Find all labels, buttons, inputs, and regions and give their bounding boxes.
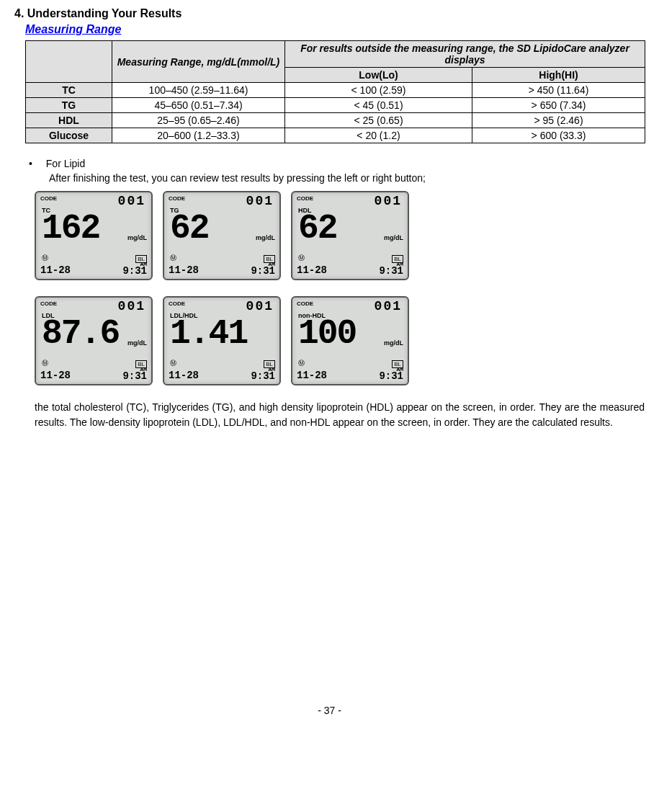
subsection-heading: Measuring Range [25,23,645,36]
cell-high: > 600 (33.3) [472,128,645,143]
date-label: 11-28 [40,370,71,381]
cell-low: < 45 (0.51) [285,98,472,113]
unit-label: mg/dL [384,339,403,347]
code-label: CODE [169,300,185,307]
measurement-value: 1.41 [170,316,247,351]
cell-high: > 450 (11.64) [472,83,645,98]
bullet-title: For Lipid [46,158,85,169]
memory-icon: Ⓜ [298,359,305,368]
memory-icon: Ⓜ [42,359,48,368]
table-header-outside: For results outside the measuring range,… [285,41,645,68]
table-row: TC 100–450 (2.59–11.64) < 100 (2.59) > 4… [26,83,645,98]
date-label: 11-28 [169,264,199,276]
code-value: 001 [118,299,145,313]
time-label: AM9:31 [122,367,147,381]
row-label: TC [26,83,112,98]
cell-range: 20–600 (1.2–33.3) [112,128,285,143]
lcd-screen: CODE001LDL/HDL1.41ⓂBL11-28AM9:31 [163,296,281,385]
unit-label: mg/dL [127,339,147,347]
time-label: AM9:31 [122,262,147,276]
measurement-value: 162 [42,211,99,246]
lcd-screen: CODE001LDL87.6mg/dLⓂBL11-28AM9:31 [35,296,153,385]
memory-icon: Ⓜ [42,254,48,263]
row-label: TG [26,98,112,113]
code-value: 001 [118,194,145,208]
section-heading: 4. Understanding Your Results [14,7,645,20]
lcd-screen: CODE001non-HDL100mg/dLⓂBL11-28AM9:31 [291,296,409,385]
code-label: CODE [297,300,313,307]
memory-icon: Ⓜ [170,254,176,263]
date-label: 11-28 [297,264,327,276]
time-label: AM9:31 [379,367,403,381]
unit-label: mg/dL [384,234,403,241]
row-label: Glucose [26,128,112,143]
time-label: AM9:31 [379,262,403,276]
code-label: CODE [297,195,313,202]
cell-range: 25–95 (0.65–2.46) [112,113,285,128]
code-label: CODE [40,195,57,202]
description-paragraph: the total cholesterol (TC), Triglyceride… [35,400,645,431]
time-label: AM9:31 [251,367,275,381]
lcd-screens-grid: CODE001TC162mg/dLⓂBL11-28AM9:31CODE001TG… [35,191,645,385]
code-label: CODE [40,300,57,307]
page-number: - 37 - [14,705,645,716]
code-value: 001 [375,194,402,208]
code-label: CODE [169,195,185,202]
code-value: 001 [246,194,274,208]
date-label: 11-28 [40,264,71,276]
lcd-screen: CODE001TC162mg/dLⓂBL11-28AM9:31 [35,191,153,280]
unit-label: mg/dL [127,234,147,241]
measurement-value: 62 [298,211,337,246]
table-header-range: Measuring Range, mg/dL(mmol/L) [112,41,285,83]
code-value: 001 [246,299,274,313]
bullet-body: After finishing the test, you can review… [49,171,645,187]
cell-low: < 100 (2.59) [285,83,472,98]
memory-icon: Ⓜ [298,254,305,263]
cell-range: 45–650 (0.51–7.34) [112,98,285,113]
table-row: Glucose 20–600 (1.2–33.3) < 20 (1.2) > 6… [26,128,645,143]
memory-icon: Ⓜ [170,359,176,368]
table-row: HDL 25–95 (0.65–2.46) < 25 (0.65) > 95 (… [26,113,645,128]
cell-low: < 25 (0.65) [285,113,472,128]
table-row: TG 45–650 (0.51–7.34) < 45 (0.51) > 650 … [26,98,645,113]
table-corner-blank [26,41,112,83]
cell-range: 100–450 (2.59–11.64) [112,83,285,98]
measuring-range-table: Measuring Range, mg/dL(mmol/L) For resul… [25,40,645,143]
date-label: 11-28 [169,370,199,381]
table-header-high: High(HI) [472,68,645,83]
code-value: 001 [375,299,402,313]
date-label: 11-28 [297,370,327,381]
cell-high: > 95 (2.46) [472,113,645,128]
lcd-screen: CODE001HDL62mg/dLⓂBL11-28AM9:31 [291,191,409,280]
time-label: AM9:31 [251,262,275,276]
measurement-value: 87.6 [42,316,119,351]
cell-low: < 20 (1.2) [285,128,472,143]
measurement-value: 62 [170,211,209,246]
lcd-screen: CODE001TG62mg/dLⓂBL11-28AM9:31 [163,191,281,280]
row-label: HDL [26,113,112,128]
measurement-value: 100 [298,316,356,351]
cell-high: > 650 (7.34) [472,98,645,113]
table-header-low: Low(Lo) [285,68,472,83]
unit-label: mg/dL [256,234,275,241]
